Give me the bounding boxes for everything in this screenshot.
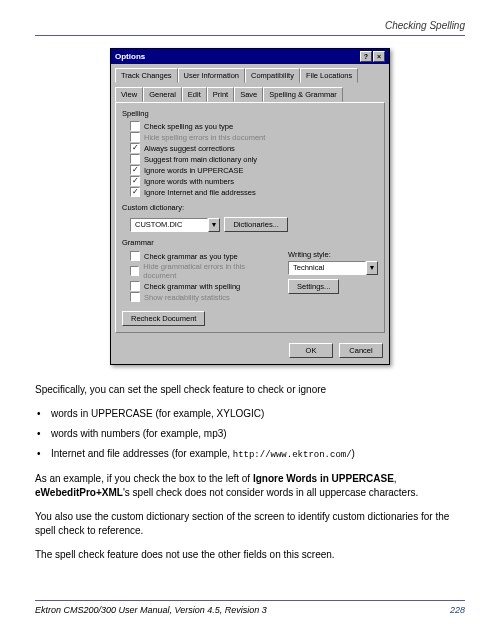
paragraph: The spell check feature does not use the…: [35, 548, 465, 562]
checkbox: [130, 132, 140, 142]
tabs-row-2: View General Edit Print Save Spelling & …: [111, 83, 389, 102]
chevron-down-icon[interactable]: ▼: [366, 261, 378, 275]
ok-button[interactable]: OK: [289, 343, 333, 358]
spelling-option: Always suggest corrections: [130, 143, 378, 153]
checkbox[interactable]: [130, 165, 140, 175]
checkbox-label: Ignore Internet and file addresses: [144, 188, 256, 197]
grammar-option: Check grammar with spelling: [130, 281, 268, 291]
spelling-option: Ignore words with numbers: [130, 176, 378, 186]
paragraph: Specifically, you can set the spell chec…: [35, 383, 465, 397]
custom-dict-label: Custom dictionary:: [122, 203, 378, 212]
list-item: words with numbers (for example, mp3): [35, 427, 465, 441]
grammar-option: Hide grammatical errors in this document: [130, 262, 268, 280]
tab-general[interactable]: General: [143, 87, 182, 102]
checkbox[interactable]: [130, 187, 140, 197]
spelling-option: Suggest from main dictionary only: [130, 154, 378, 164]
body-text: Specifically, you can set the spell chec…: [35, 383, 465, 562]
grammar-group-label: Grammar: [122, 238, 378, 247]
paragraph: As an example, if you check the box to t…: [35, 472, 465, 500]
tab-view[interactable]: View: [115, 87, 143, 102]
checkbox-label: Hide grammatical errors in this document: [143, 262, 268, 280]
code-text: http://www.ektron.com/: [233, 450, 352, 460]
checkbox-label: Ignore words with numbers: [144, 177, 234, 186]
section-title: Checking Spelling: [385, 20, 465, 31]
checkbox: [130, 266, 139, 276]
paragraph: You also use the custom dictionary secti…: [35, 510, 465, 538]
checkbox[interactable]: [130, 154, 140, 164]
cancel-button[interactable]: Cancel: [339, 343, 383, 358]
spelling-option: Ignore Internet and file addresses: [130, 187, 378, 197]
checkbox[interactable]: [130, 121, 140, 131]
checkbox-label: Check grammar with spelling: [144, 282, 240, 291]
dialog-panel: Spelling Check spelling as you typeHide …: [115, 102, 385, 333]
help-icon[interactable]: ?: [360, 51, 372, 62]
tab-compatibility[interactable]: Compatibility: [245, 68, 300, 83]
checkbox[interactable]: [130, 176, 140, 186]
checkbox[interactable]: [130, 281, 140, 291]
checkbox[interactable]: [130, 251, 140, 261]
spelling-option: Check spelling as you type: [130, 121, 378, 131]
close-icon[interactable]: ×: [373, 51, 385, 62]
page-number: 228: [450, 605, 465, 615]
tabs-row-1: Track Changes User Information Compatibi…: [111, 64, 389, 83]
tab-spelling-grammar[interactable]: Spelling & Grammar: [263, 87, 343, 102]
checkbox-label: Suggest from main dictionary only: [144, 155, 257, 164]
tab-file-locations[interactable]: File Locations: [300, 68, 358, 83]
list-item: Internet and file addresses (for example…: [35, 447, 465, 462]
spelling-option: Hide spelling errors in this document: [130, 132, 378, 142]
tab-print[interactable]: Print: [207, 87, 234, 102]
dialog-title: Options: [115, 52, 145, 61]
grammar-option: Check grammar as you type: [130, 251, 268, 261]
grammar-option: Show readability statistics: [130, 292, 268, 302]
footer-title: Ektron CMS200/300 User Manual, Version 4…: [35, 605, 267, 615]
checkbox[interactable]: [130, 143, 140, 153]
page-header: Checking Spelling: [35, 20, 465, 36]
checkbox-label: Show readability statistics: [144, 293, 230, 302]
checkbox-label: Ignore words in UPPERCASE: [144, 166, 244, 175]
checkbox-label: Check spelling as you type: [144, 122, 233, 131]
page-footer: Ektron CMS200/300 User Manual, Version 4…: [35, 600, 465, 615]
custom-dict-field[interactable]: CUSTOM.DIC: [130, 218, 208, 232]
spelling-group-label: Spelling: [122, 109, 378, 118]
tab-user-information[interactable]: User Information: [178, 68, 245, 83]
tab-track-changes[interactable]: Track Changes: [115, 68, 178, 83]
settings-button[interactable]: Settings...: [288, 279, 339, 294]
dialog-titlebar: Options ? ×: [111, 49, 389, 64]
dialog-figure: Options ? × Track Changes User Informati…: [35, 48, 465, 365]
options-dialog: Options ? × Track Changes User Informati…: [110, 48, 390, 365]
recheck-button[interactable]: Recheck Document: [122, 311, 205, 326]
dictionaries-button[interactable]: Dictionaries...: [224, 217, 287, 232]
checkbox-label: Hide spelling errors in this document: [144, 133, 265, 142]
tab-edit[interactable]: Edit: [182, 87, 207, 102]
spelling-option: Ignore words in UPPERCASE: [130, 165, 378, 175]
writing-style-field[interactable]: Technical: [288, 261, 366, 275]
checkbox-label: Check grammar as you type: [144, 252, 238, 261]
tab-save[interactable]: Save: [234, 87, 263, 102]
checkbox: [130, 292, 140, 302]
chevron-down-icon[interactable]: ▼: [208, 218, 220, 232]
list-item: words in UPPERCASE (for example, XYLOGIC…: [35, 407, 465, 421]
checkbox-label: Always suggest corrections: [144, 144, 235, 153]
writing-style-label: Writing style:: [288, 250, 378, 259]
